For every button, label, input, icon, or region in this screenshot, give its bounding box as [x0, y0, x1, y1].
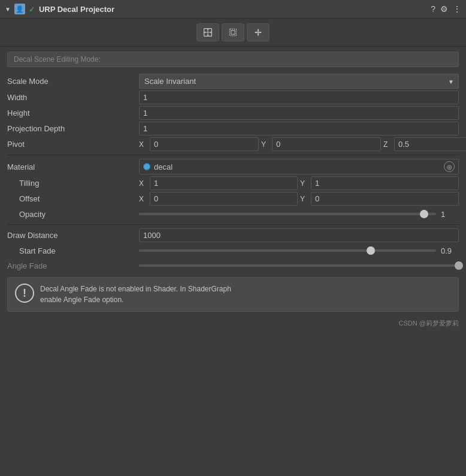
draw-distance-row: Draw Distance: [7, 228, 459, 242]
help-icon[interactable]: ?: [431, 4, 435, 14]
draw-distance-input[interactable]: [139, 228, 459, 242]
start-fade-row: Start Fade 0.9: [7, 244, 459, 257]
width-label: Width: [7, 93, 139, 102]
scale-mode-dropdown[interactable]: Scale Invariant: [139, 74, 459, 89]
pivot-y-label: Y: [261, 140, 270, 149]
offset-x-input[interactable]: [150, 192, 298, 206]
tilling-x-input[interactable]: [150, 176, 298, 190]
pivot-row: Pivot X Y Z: [7, 137, 459, 151]
tilling-y-input[interactable]: [311, 176, 459, 190]
material-row: Material decal ◎: [7, 159, 459, 174]
svg-marker-10: [257, 34, 259, 35]
height-label: Height: [7, 109, 139, 118]
start-fade-slider-value: 0.9: [441, 246, 459, 255]
tilling-row: Tilling X Y: [7, 176, 459, 190]
warning-box: ! Decal Angle Fade is not enabled in Sha…: [7, 277, 459, 312]
draw-distance-label: Draw Distance: [7, 231, 139, 240]
angle-fade-slider-row: [139, 264, 459, 267]
svg-marker-8: [259, 31, 261, 33]
opacity-row: Opacity 1: [7, 207, 459, 221]
start-fade-slider-row: 0.9: [139, 246, 459, 255]
draw-distance-value: [139, 228, 459, 242]
start-fade-value: 0.9: [139, 246, 459, 255]
width-input[interactable]: [139, 91, 459, 104]
scene-mode-section: Decal Scene Editing Mode:: [0, 47, 466, 72]
start-fade-label: Start Fade: [7, 246, 139, 255]
angle-fade-slider-track[interactable]: [139, 264, 459, 267]
warning-line-2: enable Angle Fade option.: [40, 296, 123, 304]
pivot-x-label: X: [139, 140, 147, 149]
offset-y-label: Y: [300, 195, 308, 203]
svg-marker-9: [257, 29, 259, 31]
scale-mode-value: Scale Invariant ▼: [139, 74, 459, 89]
offset-xy-row: X Y: [139, 192, 459, 206]
angle-fade-row: Angle Fade: [7, 259, 459, 272]
start-fade-slider-fill: [139, 249, 371, 252]
pivot-x-input[interactable]: [150, 137, 259, 151]
start-fade-slider-thumb[interactable]: [367, 246, 375, 255]
properties-section: Scale Mode Scale Invariant ▼ Width Heigh…: [0, 74, 466, 272]
collapse-chevron[interactable]: ▼: [5, 6, 11, 13]
tilling-x-label: X: [139, 179, 147, 188]
toolbar-btn-3[interactable]: [247, 23, 270, 41]
opacity-slider-fill: [139, 213, 424, 215]
tilling-value: X Y: [139, 176, 459, 190]
toolbar-btn-1[interactable]: [196, 23, 219, 41]
warning-icon: !: [15, 284, 34, 303]
angle-fade-slider-thumb[interactable]: [455, 261, 463, 270]
svg-rect-5: [229, 29, 236, 35]
width-row: Width: [7, 91, 459, 104]
offset-label: Offset: [7, 194, 139, 203]
warning-text: Decal Angle Fade is not enabled in Shade…: [40, 284, 231, 305]
angle-fade-value: [139, 264, 459, 267]
projection-depth-value: [139, 122, 459, 135]
angle-fade-label: Angle Fade: [7, 261, 139, 270]
header-actions: ? ⚙ ⋮: [431, 4, 461, 14]
editing-toolbar: [0, 19, 466, 47]
material-pick-button[interactable]: ◎: [444, 161, 455, 172]
projection-depth-input[interactable]: [139, 122, 459, 135]
scene-mode-field: Decal Scene Editing Mode:: [7, 52, 459, 67]
divider-2: [7, 224, 459, 225]
opacity-slider-value: 1: [441, 210, 459, 219]
material-field[interactable]: decal ◎: [139, 159, 459, 174]
offset-row: Offset X Y: [7, 192, 459, 206]
urp-decal-panel: ▼ 👤 ✓ URP Decal Projector ? ⚙ ⋮: [0, 0, 466, 330]
watermark: CSDN @莉梦爱萝莉: [0, 317, 466, 330]
scale-mode-row: Scale Mode Scale Invariant ▼: [7, 74, 459, 89]
start-fade-slider-track[interactable]: [139, 249, 436, 252]
offset-x-label: X: [139, 195, 147, 203]
height-value: [139, 106, 459, 120]
tilling-xy-row: X Y: [139, 176, 459, 190]
pivot-xyz-row: X Y Z: [139, 137, 466, 151]
width-value: [139, 91, 459, 104]
material-name: decal: [154, 162, 444, 171]
warning-line-1: Decal Angle Fade is not enabled in Shade…: [40, 285, 231, 293]
tilling-y-label: Y: [300, 179, 308, 188]
projection-depth-row: Projection Depth: [7, 122, 459, 135]
svg-rect-6: [231, 31, 235, 34]
opacity-slider-row: 1: [139, 210, 459, 219]
svg-marker-7: [255, 31, 256, 33]
angle-fade-slider-fill: [139, 264, 459, 267]
pivot-label: Pivot: [7, 140, 139, 149]
component-header: ▼ 👤 ✓ URP Decal Projector ? ⚙ ⋮: [0, 0, 466, 19]
opacity-slider-thumb[interactable]: [420, 210, 428, 218]
opacity-label: Opacity: [7, 210, 139, 219]
pivot-value: X Y Z: [139, 137, 466, 151]
pivot-y-input[interactable]: [272, 137, 381, 151]
material-dot-icon: [143, 163, 150, 170]
opacity-value: 1: [139, 210, 459, 219]
opacity-slider-track[interactable]: [139, 213, 436, 215]
component-icon: 👤: [14, 4, 25, 14]
enabled-check[interactable]: ✓: [29, 5, 35, 14]
scale-mode-label: Scale Mode: [7, 77, 139, 86]
offset-y-input[interactable]: [311, 192, 459, 206]
projection-depth-label: Projection Depth: [7, 124, 139, 133]
height-input[interactable]: [139, 106, 459, 120]
more-icon[interactable]: ⋮: [453, 4, 461, 14]
divider-1: [7, 155, 459, 155]
toolbar-btn-2[interactable]: [222, 23, 244, 41]
pivot-z-input[interactable]: [394, 137, 466, 151]
settings-icon[interactable]: ⚙: [440, 4, 448, 14]
